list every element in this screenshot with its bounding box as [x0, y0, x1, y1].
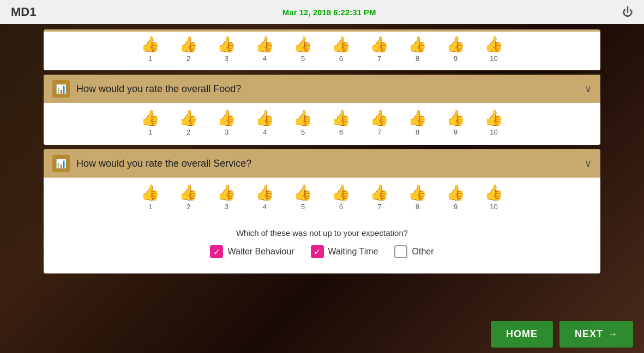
- service-rating-3[interactable]: 👍 3: [208, 185, 246, 211]
- waiting-time-label: Waiting Time: [328, 247, 378, 257]
- thumb-active[interactable]: 👍: [217, 37, 236, 52]
- main-content: 👍 1 👍 2 👍 3 👍 4 👍 5 👍 6: [44, 24, 600, 320]
- rating-item[interactable]: 👍 4: [246, 37, 284, 63]
- service-rating-1[interactable]: 👍 1: [131, 185, 170, 211]
- thumb-active[interactable]: 👍: [332, 37, 351, 52]
- food-section-title: How would you rate the overall Food?: [76, 83, 592, 95]
- service-rating-8[interactable]: 👍 8: [399, 185, 437, 211]
- food-rating-1[interactable]: 👍 1: [131, 111, 170, 136]
- thumb-active[interactable]: 👍: [217, 185, 236, 200]
- rating-item[interactable]: 👍 10: [475, 37, 513, 63]
- thumb-inactive[interactable]: 👍: [446, 111, 465, 126]
- food-rating-7[interactable]: 👍 7: [360, 111, 399, 136]
- thumb-active[interactable]: 👍: [179, 37, 198, 52]
- thumb-inactive[interactable]: 👍: [332, 185, 351, 200]
- service-rating-2[interactable]: 👍 2: [170, 185, 208, 211]
- rating-item[interactable]: 👍 8: [399, 37, 437, 63]
- thumb-inactive[interactable]: 👍: [255, 185, 274, 200]
- next-button[interactable]: NEXT →: [559, 321, 633, 348]
- app-title: MD1: [11, 5, 36, 19]
- expectation-area: Which of these was not up to your expect…: [44, 220, 600, 269]
- thumb-inactive[interactable]: 👍: [484, 111, 503, 126]
- thumb-inactive[interactable]: 👍: [408, 111, 427, 126]
- food-section: 📊 How would you rate the overall Food? ∨…: [44, 75, 600, 145]
- service-section: 📊 How would you rate the overall Service…: [44, 149, 600, 273]
- thumb-inactive[interactable]: 👍: [446, 37, 465, 52]
- rating-item[interactable]: 👍 7: [360, 37, 399, 63]
- service-rating-4[interactable]: 👍 4: [246, 185, 284, 211]
- service-rating-container: 👍 1 👍 2 👍 3 👍 4 👍 5: [55, 185, 589, 211]
- checkbox-waiting-time[interactable]: ✓ Waiting Time: [311, 245, 378, 258]
- rating-item[interactable]: 👍 3: [208, 37, 246, 63]
- power-icon[interactable]: ⏻: [622, 6, 633, 19]
- service-section-body: 👍 1 👍 2 👍 3 👍 4 👍 5: [44, 178, 600, 220]
- rating-item[interactable]: 👍 9: [437, 37, 475, 63]
- service-rating-10[interactable]: 👍 10: [475, 185, 513, 211]
- waiter-behaviour-label: Waiter Behaviour: [227, 247, 294, 257]
- food-rating-3[interactable]: 👍 3: [208, 111, 246, 136]
- food-rating-container: 👍 1 👍 2 👍 3 👍 4 👍 5: [55, 111, 589, 136]
- waiting-time-checkbox[interactable]: ✓: [311, 245, 324, 258]
- rating-item[interactable]: 👍 2: [170, 37, 208, 63]
- thumb-inactive[interactable]: 👍: [293, 111, 312, 126]
- thumb-inactive[interactable]: 👍: [408, 185, 427, 200]
- checkbox-other[interactable]: Other: [394, 245, 434, 258]
- top-partial-section: 👍 1 👍 2 👍 3 👍 4 👍 5 👍 6: [44, 29, 600, 70]
- thumb-active[interactable]: 👍: [408, 37, 427, 52]
- food-rating-6[interactable]: 👍 6: [322, 111, 360, 136]
- food-rating-5[interactable]: 👍 5: [284, 111, 322, 136]
- thumb-active[interactable]: 👍: [141, 111, 160, 126]
- thumb-active[interactable]: 👍: [255, 111, 274, 126]
- rating-item[interactable]: 👍 6: [322, 37, 360, 63]
- thumb-active[interactable]: 👍: [255, 37, 274, 52]
- other-checkbox[interactable]: [394, 245, 407, 258]
- thumb-inactive[interactable]: 👍: [293, 185, 312, 200]
- service-rating-6[interactable]: 👍 6: [322, 185, 360, 211]
- thumb-active[interactable]: 👍: [141, 185, 160, 200]
- thumb-active[interactable]: 👍: [217, 111, 236, 126]
- food-chart-icon: 📊: [52, 80, 70, 98]
- food-rating-8[interactable]: 👍 8: [399, 111, 437, 136]
- food-section-header[interactable]: 📊 How would you rate the overall Food? ∨: [44, 75, 600, 103]
- thumb-active[interactable]: 👍: [141, 37, 160, 52]
- service-rating-7[interactable]: 👍 7: [360, 185, 399, 211]
- thumb-inactive[interactable]: 👍: [446, 185, 465, 200]
- service-chart-icon: 📊: [52, 155, 70, 172]
- datetime-display: Mar 12, 2018 6:22:31 PM: [282, 8, 376, 17]
- food-rating-9[interactable]: 👍 9: [437, 111, 475, 136]
- rating-item[interactable]: 👍 5: [284, 37, 322, 63]
- food-rating-4[interactable]: 👍 4: [246, 111, 284, 136]
- service-chevron-icon: ∨: [585, 157, 592, 169]
- thumb-active[interactable]: 👍: [293, 37, 312, 52]
- service-rating-9[interactable]: 👍 9: [437, 185, 475, 211]
- thumb-inactive[interactable]: 👍: [484, 185, 503, 200]
- service-rating-5[interactable]: 👍 5: [284, 185, 322, 211]
- thumb-inactive[interactable]: 👍: [332, 111, 351, 126]
- service-section-header[interactable]: 📊 How would you rate the overall Service…: [44, 149, 600, 178]
- checkbox-group: ✓ Waiter Behaviour ✓ Waiting Time Other: [55, 245, 589, 258]
- next-arrow-icon: →: [607, 328, 618, 340]
- header-bar: MD1 Mar 12, 2018 6:22:31 PM ⏻: [0, 0, 644, 24]
- food-chevron-icon: ∨: [585, 83, 592, 95]
- thumb-inactive[interactable]: 👍: [370, 111, 389, 126]
- thumb-inactive[interactable]: 👍: [370, 185, 389, 200]
- home-button[interactable]: HOME: [491, 321, 553, 348]
- service-section-title: How would you rate the overall Service?: [76, 158, 592, 169]
- thumb-inactive[interactable]: 👍: [484, 37, 503, 52]
- food-section-body: 👍 1 👍 2 👍 3 👍 4 👍 5: [44, 103, 600, 145]
- food-rating-2[interactable]: 👍 2: [170, 111, 208, 136]
- thumb-active[interactable]: 👍: [179, 111, 198, 126]
- thumb-active[interactable]: 👍: [179, 185, 198, 200]
- thumb-active[interactable]: 👍: [370, 37, 389, 52]
- rating-item[interactable]: 👍 1: [131, 37, 170, 63]
- waiter-behaviour-checkbox[interactable]: ✓: [210, 245, 223, 258]
- checkbox-waiter-behaviour[interactable]: ✓ Waiter Behaviour: [210, 245, 294, 258]
- other-label: Other: [412, 247, 434, 257]
- next-label: NEXT: [575, 328, 603, 340]
- food-rating-10[interactable]: 👍 10: [475, 111, 513, 136]
- bottom-bar: HOME NEXT →: [491, 321, 633, 348]
- expectation-question: Which of these was not up to your expect…: [55, 228, 589, 238]
- top-rating-container: 👍 1 👍 2 👍 3 👍 4 👍 5 👍 6: [55, 37, 589, 63]
